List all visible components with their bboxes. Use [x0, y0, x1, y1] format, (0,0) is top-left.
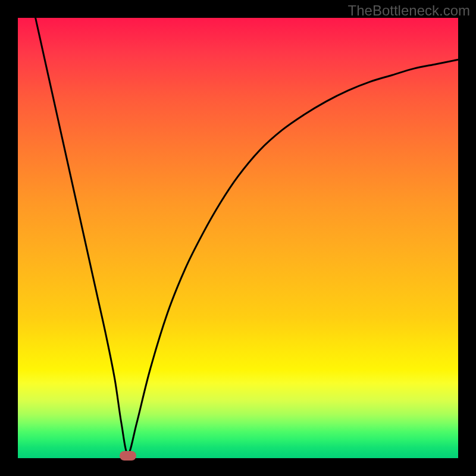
curve-svg: [18, 18, 458, 458]
minimum-marker: [120, 451, 136, 461]
chart-frame: TheBottleneck.com: [0, 0, 476, 476]
watermark-text: TheBottleneck.com: [348, 2, 470, 19]
plot-area: [18, 18, 458, 458]
bottleneck-curve: [36, 18, 458, 454]
